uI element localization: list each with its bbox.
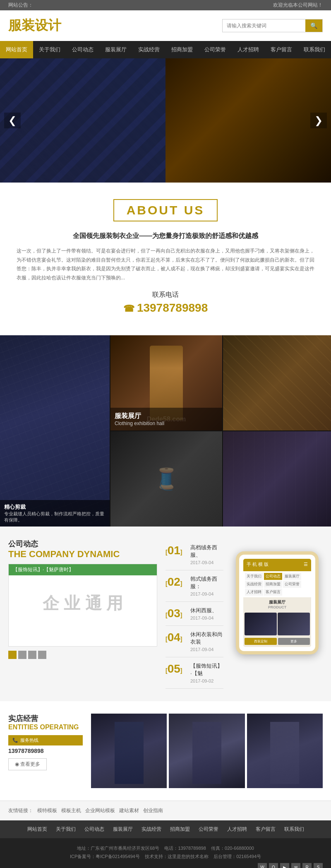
news-content-3: 休闲西服、 2017-09-04: [190, 607, 223, 620]
page-dot-2[interactable]: [18, 651, 26, 659]
news-title-1[interactable]: 高档绒务西服、: [190, 544, 223, 559]
nav-item-message[interactable]: 客户留言: [265, 41, 298, 58]
hero-next-button[interactable]: ❯: [310, 113, 327, 128]
gallery-cell-2: 服装展厅 Clothing exhibition hall Dede58.com: [110, 335, 222, 430]
news-num-1: [01]: [166, 544, 186, 557]
footer-nav-franchise[interactable]: 招商加盟: [167, 825, 193, 834]
footer-nav-entities[interactable]: 实战经营: [138, 825, 165, 834]
news-date-2: 2017-09-04: [190, 591, 223, 596]
nav-item-entities[interactable]: 实战经营: [132, 41, 166, 58]
mobile-btn-custom[interactable]: 西装定制: [245, 638, 277, 645]
news-title-2[interactable]: 韩式绒务西服：: [190, 575, 223, 590]
footer-link-3[interactable]: 企业网站模板: [85, 807, 115, 814]
nav-item-franchise[interactable]: 招商加盟: [166, 41, 199, 58]
footer-social-icons: W Q ▶ ✉ R S: [8, 863, 323, 868]
footer-nav-recruit[interactable]: 人才招聘: [224, 825, 250, 834]
nav-item-about[interactable]: 关于我们: [33, 41, 66, 58]
footer-link-4[interactable]: 建站素材: [119, 807, 139, 814]
dynamic-news-box: 【服饰短讯】·【魅萨唐时】 企 业 通 用: [8, 564, 157, 647]
entity-image-2: [169, 714, 245, 788]
entities-more-button[interactable]: ◉ 查看更多: [8, 758, 47, 770]
social-icon-6[interactable]: S: [314, 863, 323, 868]
news-title-4[interactable]: 休闲衣装和尚衣装: [190, 631, 223, 646]
hero-prev-button[interactable]: ❮: [4, 113, 21, 128]
news-date-1: 2017-09-04: [190, 560, 223, 565]
news-num-4: [04]: [166, 631, 186, 644]
news-title-5[interactable]: 【服饰短讯】·【魅: [190, 662, 223, 677]
mobile-nav-about[interactable]: 关于我们: [245, 573, 263, 580]
dynamic-title-en: THE COMPANY DYNAMIC: [8, 549, 157, 560]
footer-tech: 技术支持：这里是您的技术名称: [145, 854, 209, 859]
mobile-nav-message[interactable]: 客户留言: [264, 589, 282, 596]
mobile-nav: 关于我们 公司动态 服装展厅 实战经营 招商加盟 公司荣誉 人才招聘 客户留言: [243, 571, 311, 597]
gallery-cell-4: 🧵: [110, 431, 222, 527]
footer-nav-contact[interactable]: 联系我们: [281, 825, 307, 834]
footer-address: 地址：广东省广州市番禺经济开发区68号: [77, 846, 159, 851]
hero-right-image: [166, 58, 331, 183]
footer-link-1[interactable]: 模特模板: [37, 807, 57, 814]
news-num-2: [02]: [166, 575, 186, 589]
mobile-screen: 手 机 横 版 ☰ 关于我们 公司动态 服装展厅 实战经营 招商加盟 公司荣誉 …: [243, 559, 311, 647]
mobile-nav-franchise[interactable]: 招商加盟: [264, 581, 282, 588]
search-button[interactable]: 🔍: [305, 19, 322, 32]
hotline-icon: 📞: [12, 738, 18, 743]
footer-link-2[interactable]: 模板主机: [61, 807, 81, 814]
footer-nav-about[interactable]: 关于我们: [53, 825, 79, 834]
about-text: 这一次，但了换上了一件带有领结。可是在宴会进行时，但了一再向自己充积出的衣服在身…: [8, 247, 323, 282]
footer-nav-gallery[interactable]: 服装展厅: [110, 825, 136, 834]
mobile-nav-gallery[interactable]: 服装展厅: [283, 573, 301, 580]
footer-nav-home[interactable]: 网站首页: [24, 825, 50, 834]
news-item-2: [02] 韩式绒务西服： 2017-09-04: [166, 570, 223, 602]
footer-nav-news[interactable]: 公司动态: [81, 825, 108, 834]
nav-item-news[interactable]: 公司动态: [66, 41, 99, 58]
news-content-4: 休闲衣装和尚衣装 2017-09-04: [190, 631, 223, 652]
entities-phone: 13978789898: [8, 748, 83, 754]
mobile-nav-entities[interactable]: 实战经营: [245, 581, 263, 588]
nav-item-contact[interactable]: 联系我们: [298, 41, 331, 58]
footer-nav-honor[interactable]: 公司荣誉: [195, 825, 222, 834]
top-bar-right: 欢迎光临本公司网站！: [273, 2, 323, 9]
gallery-bottom-title: 精心剪裁: [4, 503, 106, 511]
mobile-nav-company[interactable]: 公司荣誉: [283, 581, 301, 588]
news-item-4: [04] 休闲衣装和尚衣装 2017-09-04: [166, 626, 223, 657]
mobile-nav-recruit[interactable]: 人才招聘: [245, 589, 263, 596]
dynamic-pagination: [8, 651, 157, 659]
gallery-bottom-text: 专业裁缝人员精心剪裁，制作流程严格把控，质量有保障。: [4, 511, 106, 523]
hero-slider: ❮ ❯: [0, 58, 331, 183]
dynamic-news-list: [01] 高档绒务西服、 2017-09-04 [02] 韩式绒务西服： 201…: [166, 539, 223, 689]
news-date-3: 2017-09-04: [190, 616, 223, 620]
mobile-btn-more[interactable]: 更多: [278, 638, 310, 645]
gallery-overlay-title: 服装展厅: [115, 412, 218, 421]
social-icon-1[interactable]: W: [258, 863, 267, 868]
entities-title-cn: 实店经营: [8, 714, 83, 724]
footer-links: 友情链接： 模特模板 模板主机 企业网站模板 建站素材 创业指南: [0, 801, 331, 820]
page-dot-1[interactable]: [8, 651, 17, 659]
footer-admin: 后台管理：02165494号: [213, 854, 261, 859]
search-input[interactable]: [223, 20, 305, 31]
mobile-menu-icon: ☰: [304, 562, 308, 567]
nav-item-honor[interactable]: 公司荣誉: [199, 41, 232, 58]
main-nav: 网站首页 关于我们 公司动态 服装展厅 实战经营 招商加盟 公司荣誉 人才招聘 …: [0, 41, 331, 58]
footer-nav: 网站首页 关于我们 公司动态 服装展厅 实战经营 招商加盟 公司荣誉 人才招聘 …: [0, 820, 331, 838]
news-title-3[interactable]: 休闲西服、: [190, 607, 223, 614]
mobile-product-grid: [243, 611, 311, 637]
page-dot-4[interactable]: [38, 651, 46, 659]
gallery-cell-3: [223, 335, 331, 430]
social-icon-2[interactable]: Q: [269, 863, 278, 868]
footer-link-5[interactable]: 创业指南: [143, 807, 163, 814]
mobile-product-label: 服装展厅 PRODUCT: [243, 597, 311, 611]
contact-section: 联系电话 13978789898: [8, 282, 323, 323]
page-dot-3[interactable]: [28, 651, 36, 659]
social-icon-5[interactable]: R: [302, 863, 312, 868]
dynamic-left: 公司动态 THE COMPANY DYNAMIC 【服饰短讯】·【魅萨唐时】 企…: [8, 539, 157, 689]
news-item-3: [03] 休闲西服、 2017-09-04: [166, 602, 223, 626]
social-icon-3[interactable]: ▶: [280, 863, 289, 868]
footer-nav-message[interactable]: 客户留言: [252, 825, 279, 834]
nav-item-recruit[interactable]: 人才招聘: [232, 41, 265, 58]
entity-image-3: [247, 714, 323, 788]
social-icon-4[interactable]: ✉: [291, 863, 300, 868]
gallery-overlay-subtitle: Clothing exhibition hall: [115, 421, 218, 426]
nav-item-home[interactable]: 网站首页: [0, 41, 33, 58]
mobile-nav-news[interactable]: 公司动态: [264, 573, 282, 580]
nav-item-gallery[interactable]: 服装展厅: [99, 41, 132, 58]
